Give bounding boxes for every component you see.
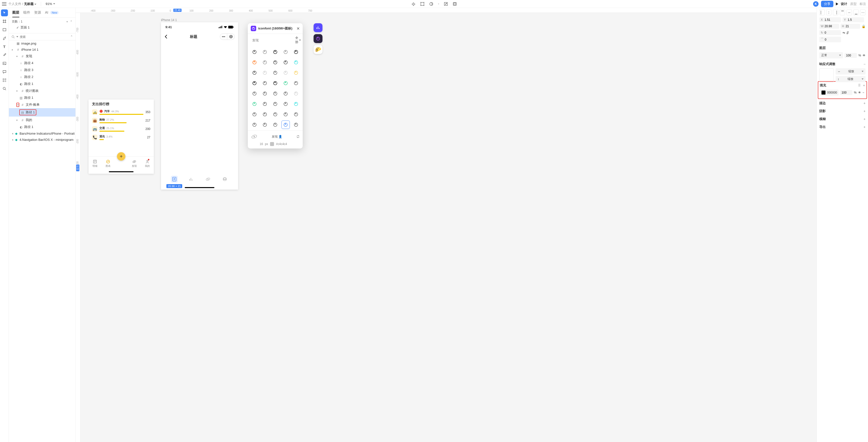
icon-cell[interactable] — [261, 79, 269, 87]
layer-path3[interactable]: ○路径 3 — [9, 66, 75, 73]
flip-h-icon[interactable]: ⇋ — [842, 31, 845, 35]
layer-iphone14[interactable]: ▸#iPhone 14 1 — [9, 47, 75, 53]
icon-cell[interactable] — [271, 79, 279, 87]
icon-cell[interactable] — [292, 100, 300, 108]
mockup-rankings[interactable]: 支出排行榜 🚕 🔴汽车44.3% 353👜 购物27.2% 217🚌 交通25.… — [89, 99, 154, 174]
icon-cell[interactable] — [281, 120, 290, 129]
select-tool[interactable] — [1, 9, 8, 16]
icon-cell[interactable] — [292, 110, 300, 119]
icon-cell[interactable] — [281, 48, 290, 56]
page-item[interactable]: ✓页面 1 — [12, 24, 72, 31]
layer-file-bill[interactable]: ▾ #文件-账单 — [9, 101, 75, 108]
align-bot-icon[interactable]: ▁ — [854, 9, 859, 16]
layer-path2[interactable]: ○路径 2 — [9, 73, 75, 81]
align-mid-icon[interactable]: ─ — [846, 9, 852, 16]
user-avatar[interactable]: K — [813, 1, 818, 7]
share-button[interactable]: 分享 — [821, 1, 833, 7]
icon-cell[interactable] — [281, 100, 290, 108]
add-page-icon[interactable]: + — [66, 20, 68, 24]
icon-cell[interactable] — [271, 58, 279, 66]
icon-cell[interactable] — [261, 48, 269, 56]
lock-icon[interactable]: 🔒 — [862, 25, 866, 28]
icon-cell[interactable] — [271, 48, 279, 56]
play-icon[interactable] — [836, 2, 838, 5]
blend-mode-select[interactable]: 正常 — [819, 52, 843, 58]
search-tool[interactable] — [1, 85, 8, 92]
collapse-layers-icon[interactable]: ⌃ — [70, 35, 73, 39]
layer-navbar[interactable]: ▸◆4.Navigation Bar/IOS X - miniprogram — [9, 137, 75, 143]
layer-search-input[interactable] — [20, 35, 69, 39]
icon-cell[interactable] — [281, 110, 290, 119]
h-input[interactable] — [845, 25, 859, 28]
collapse-icon[interactable]: − — [864, 62, 866, 66]
app-compass-icon[interactable] — [314, 34, 322, 43]
lp-tab-layers[interactable]: 图层 — [12, 10, 19, 17]
icon-cell[interactable] — [281, 68, 290, 77]
canvas[interactable]: -400-300 -200-100 0100 200300 400500 600… — [76, 8, 816, 442]
icon-cell[interactable] — [281, 79, 290, 87]
icon-cell[interactable] — [271, 120, 279, 129]
fill-opacity-input[interactable] — [841, 91, 851, 94]
nav-detail[interactable]: 明细 — [92, 159, 97, 168]
icon-cell[interactable] — [271, 68, 279, 77]
eyedropper-tool[interactable] — [1, 52, 8, 58]
layer-path4[interactable]: ○路径 4 — [9, 60, 75, 66]
lp-tab-ai[interactable]: AI New — [45, 10, 59, 17]
icon-cell[interactable] — [261, 89, 269, 98]
icon-cell[interactable] — [250, 48, 259, 56]
icon-cell[interactable] — [292, 58, 300, 66]
fill-style-icon[interactable]: ⠿ — [858, 83, 861, 87]
capsule-close-icon[interactable] — [227, 33, 235, 40]
plugin-tool[interactable] — [1, 77, 8, 84]
add-blur-icon[interactable]: + — [864, 117, 866, 121]
rotation-input[interactable] — [825, 31, 839, 34]
icon-cell[interactable] — [250, 100, 259, 108]
fill-swatch[interactable] — [821, 90, 826, 95]
tab-prototype[interactable]: 原型 — [850, 2, 857, 6]
lp-tab-assets[interactable]: 资源 — [34, 10, 41, 17]
plugin-search-input[interactable] — [252, 38, 294, 42]
fill-visibility-icon[interactable]: 👁 — [858, 91, 861, 94]
zoom-select[interactable]: 91% — [45, 2, 55, 6]
tab-file-bill[interactable]: 20.98 × 21 — [171, 176, 178, 183]
w-input[interactable] — [825, 25, 837, 28]
tab-mine[interactable] — [221, 176, 228, 183]
nav-discover[interactable]: 发现 — [132, 159, 137, 168]
distribute-icon[interactable]: ⋯ — [860, 9, 866, 16]
tab-annotate[interactable]: 标注 — [860, 2, 866, 6]
align-center-icon[interactable]: ￤ — [826, 9, 832, 16]
comment-tool[interactable] — [1, 68, 8, 75]
icon-cell[interactable] — [292, 89, 300, 98]
icon-cell[interactable] — [250, 110, 259, 119]
frame-tool-icon[interactable] — [420, 2, 425, 6]
align-right-icon[interactable]: ▕ — [833, 9, 838, 16]
pen-tool[interactable] — [1, 35, 8, 41]
icon-cell[interactable] — [250, 79, 259, 87]
refresh-icon[interactable] — [296, 135, 300, 138]
nav-chart[interactable]: 图表 — [105, 159, 111, 168]
layer-discover[interactable]: ▾#发现 — [9, 53, 75, 60]
remove-fill-icon[interactable]: − — [863, 91, 864, 94]
frame-tool[interactable] — [1, 18, 8, 25]
add-export-icon[interactable]: + — [864, 125, 866, 129]
plugin-close-icon[interactable]: ✕ — [297, 26, 300, 31]
icon-cell[interactable] — [292, 68, 300, 77]
icon-cell[interactable] — [250, 89, 259, 98]
icon-cell[interactable] — [261, 120, 269, 129]
menu-icon[interactable] — [2, 2, 6, 6]
capsule-more-icon[interactable]: ••• — [220, 33, 227, 40]
layer-mine[interactable]: ▾#我的 — [9, 117, 75, 123]
layer-mine-p1[interactable]: ◐路径 1 — [9, 123, 75, 130]
add-shadow-icon[interactable]: + — [864, 109, 866, 113]
icon-cell[interactable] — [261, 68, 269, 77]
component-icon[interactable] — [411, 2, 416, 6]
icon-cell[interactable] — [292, 79, 300, 87]
caret-file-bill[interactable]: ▾ — [16, 103, 19, 107]
tab-discover[interactable] — [205, 176, 211, 183]
fab-add[interactable]: + — [117, 152, 125, 160]
v-constraint-select[interactable]: ↕缩放 — [836, 76, 866, 82]
add-stroke-icon[interactable]: + — [864, 101, 866, 105]
layer-image[interactable]: ▦image.png — [9, 40, 75, 47]
icon-cell[interactable] — [250, 120, 259, 129]
edit-icon[interactable] — [444, 2, 448, 6]
